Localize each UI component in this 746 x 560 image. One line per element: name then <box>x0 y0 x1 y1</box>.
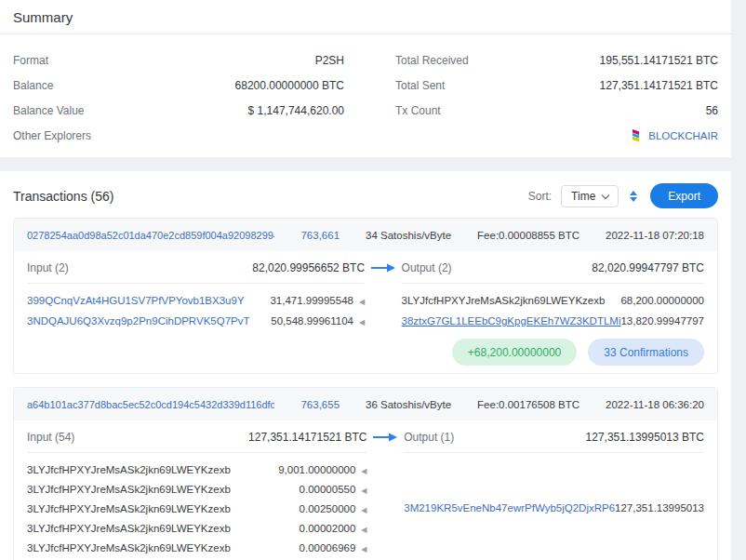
transaction-header: a64b101ac377d8bac5ec52c0cd194c5432d339d1… <box>14 388 717 420</box>
tx-fee: Fee:0.00176508 BTC <box>477 399 579 410</box>
tx-hash-link[interactable]: a64b101ac377d8bac5ec52c0cd194c5432d339d1… <box>27 399 274 410</box>
right-arrow-icon <box>371 263 395 273</box>
transaction-body: Input (2) 82,020.99956652 BTC 399QCnqVzA… <box>14 251 717 373</box>
summary-row-balance-value: Balance Value $ 1,147,744,620.00 <box>13 98 344 123</box>
sort-label: Sort: <box>528 190 552 203</box>
summary-row-other-explorers: Other Explorers <box>13 123 344 148</box>
tx-fee-rate: 34 Satoshis/vByte <box>366 230 451 241</box>
export-button[interactable]: Export <box>650 183 718 208</box>
tx-fee-rate: 36 Satoshis/vByte <box>366 399 451 410</box>
input-total: 127,351.14171521 BTC <box>248 431 366 444</box>
input-address-link[interactable]: 3NDQAJU6Q3Xvzq9p2Pn9CihDPRVK5Q7PvT <box>27 315 249 327</box>
tx-block-link[interactable]: 763,655 <box>300 399 340 410</box>
blockchair-label: BLOCKCHAIR <box>648 130 718 141</box>
sort-desc-icon <box>630 197 637 202</box>
summary-row-explorer-link: BLOCKCHAIR <box>395 123 718 148</box>
input-total: 82,020.99956652 BTC <box>252 261 365 274</box>
output-column: Output (2) 82,020.99947797 BTC 3LYJfcfHP… <box>402 259 704 366</box>
input-address-current: 3LYJfcfHPXYJreMsASk2jkn69LWEYKzexb <box>27 523 231 534</box>
output-total: 127,351.13995013 BTC <box>586 431 704 444</box>
other-explorers-label: Other Explorers <box>13 129 91 142</box>
input-amount: 0.00006969 <box>300 542 356 553</box>
tx-timestamp: 2022-11-18 06:36:20 <box>606 399 704 410</box>
summary-row-total-sent: Total Sent 127,351.14171521 BTC <box>395 73 718 98</box>
sort-select[interactable]: Time <box>561 185 619 207</box>
input-output-arrow <box>365 259 401 366</box>
input-address-current: 3LYJfcfHPXYJreMsASk2jkn69LWEYKzexb <box>27 503 231 514</box>
summary-row-total-received: Total Received 195,551.14171521 BTC <box>395 47 718 73</box>
input-row: 3LYJfcfHPXYJreMsASk2jkn69LWEYKzexb 0.002… <box>27 499 367 518</box>
input-row: 399QCnqVzAt4HGU1SV7PfVPYovb1BX3u9Y 31,47… <box>27 290 365 311</box>
input-amount: 0.00250000 <box>300 503 356 514</box>
transaction-card: 0278254aa0d98a52c01da470e2cd859f004a9209… <box>13 218 718 374</box>
summary-grid: Format P2SH Balance 68200.00000000 BTC B… <box>0 34 731 153</box>
output-column: Output (1) 127,351.13995013 BTC 3M219KR5… <box>404 428 704 560</box>
input-amount: 0.00002000 <box>300 523 356 534</box>
output-total: 82,020.99947797 BTC <box>592 261 704 274</box>
output-address-link[interactable]: 38ztxG7GL1LEEbC9gKpgEKEh7WZ3KDTLMi <box>402 315 621 327</box>
output-address-link[interactable]: 3M219KR5vEneNb47ewrPfWyb5jQ2DjxRP6 <box>404 502 615 513</box>
column-divider <box>402 283 704 284</box>
output-row: 3M219KR5vEneNb47ewrPfWyb5jQ2DjxRP6 127,3… <box>404 498 704 517</box>
balance-usd-value: $ 1,147,744,620.00 <box>248 104 344 117</box>
transaction-body: Input (54) 127,351.14171521 BTC 3LYJfcfH… <box>14 420 717 560</box>
tx-count-label: Tx Count <box>395 104 441 117</box>
balance-value: 68200.00000000 BTC <box>235 79 344 92</box>
transactions-toolbar: Transactions (56) Sort: Time Export <box>0 171 731 218</box>
input-amount: 0.00000550 <box>300 484 356 495</box>
output-row: 3LYJfcfHPXYJreMsASk2jkn69LWEYKzexb 68,20… <box>402 290 704 311</box>
input-row: 3LYJfcfHPXYJreMsASk2jkn69LWEYKzexb 0.000… <box>27 538 367 557</box>
blockchair-icon <box>631 129 642 142</box>
transaction-header: 0278254aa0d98a52c01da470e2cd859f004a9209… <box>14 219 717 251</box>
tx-hash-link[interactable]: 0278254aa0d98a52c01da470e2cd859f004a9209… <box>27 230 274 241</box>
transactions-title: Transactions (56) <box>13 189 528 204</box>
tx-block-link[interactable]: 763,661 <box>300 230 340 241</box>
output-amount: 127,351.13995013 <box>615 502 704 513</box>
input-row: 3NDQAJU6Q3Xvzq9p2Pn9CihDPRVK5Q7PvT 50,54… <box>27 311 365 331</box>
output-address-current: 3LYJfcfHPXYJreMsASk2jkn69LWEYKzexb <box>402 295 606 306</box>
input-row: 3LYJfcfHPXYJreMsASk2jkn69LWEYKzexb 9,001… <box>27 460 367 479</box>
confirmations-badge: 33 Confirmations <box>588 339 704 366</box>
column-divider <box>27 452 367 453</box>
input-amount: 50,548.99961104 <box>271 315 353 327</box>
summary-title: Summary <box>0 9 731 33</box>
input-column: Input (2) 82,020.99956652 BTC 399QCnqVzA… <box>27 259 365 366</box>
input-output-arrow <box>367 428 405 560</box>
input-amount: 9,001.00000000 <box>278 464 355 475</box>
balance-label: Balance <box>13 79 53 92</box>
input-label: Input (2) <box>27 261 69 274</box>
output-label: Output (2) <box>402 261 452 274</box>
input-amount: 31,471.99995548 <box>270 295 353 306</box>
summary-row-tx-count: Tx Count 56 <box>395 98 718 123</box>
output-amount: 68,200.00000000 <box>620 295 704 306</box>
total-sent-value: 127,351.14171521 BTC <box>600 79 718 92</box>
summary-row-balance: Balance 68200.00000000 BTC <box>13 73 344 98</box>
input-address-current: 3LYJfcfHPXYJreMsASk2jkn69LWEYKzexb <box>27 484 231 495</box>
sort-asc-icon <box>630 191 637 195</box>
input-address-link[interactable]: 399QCnqVzAt4HGU1SV7PfVPYovb1BX3u9Y <box>27 295 245 306</box>
total-sent-label: Total Sent <box>395 79 445 92</box>
input-address-current: 3LYJfcfHPXYJreMsASk2jkn69LWEYKzexb <box>27 464 231 475</box>
column-divider <box>404 452 704 453</box>
chevron-down-icon <box>602 191 609 198</box>
input-row: 3LYJfcfHPXYJreMsASk2jkn69LWEYKzexb 0.000… <box>27 479 367 499</box>
summary-section: Summary Format P2SH Balance 68200.000000… <box>0 0 731 157</box>
output-label: Output (1) <box>404 431 454 444</box>
total-received-label: Total Received <box>395 54 469 67</box>
tx-fee: Fee:0.00008855 BTC <box>477 230 579 241</box>
sort-direction-toggle[interactable] <box>630 191 637 202</box>
tx-timestamp: 2022-11-18 07:20:18 <box>606 230 704 241</box>
format-value: P2SH <box>315 54 344 67</box>
blockchair-link[interactable]: BLOCKCHAIR <box>631 129 718 142</box>
input-label: Input (54) <box>27 431 74 444</box>
balance-value-label: Balance Value <box>13 104 85 117</box>
transaction-card: a64b101ac377d8bac5ec52c0cd194c5432d339d1… <box>13 387 718 560</box>
format-label: Format <box>13 54 48 67</box>
transactions-section: Transactions (56) Sort: Time Export 0278… <box>0 171 731 560</box>
output-amount: 13,820.99947797 <box>620 315 704 327</box>
balance-change-badge: +68,200.00000000 <box>452 339 577 366</box>
output-row: 38ztxG7GL1LEEbC9gKpgEKEh7WZ3KDTLMi 13,82… <box>402 311 704 331</box>
sort-selected-value: Time <box>571 190 595 203</box>
tx-count-value: 56 <box>706 104 718 117</box>
input-row: 3LYJfcfHPXYJreMsASk2jkn69LWEYKzexb 0.000… <box>27 518 367 538</box>
